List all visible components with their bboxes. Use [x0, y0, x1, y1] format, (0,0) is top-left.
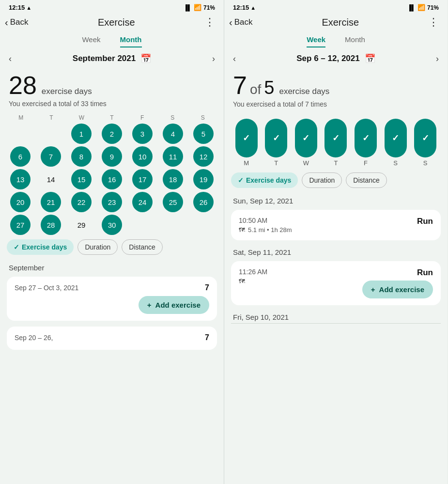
divider-right: [231, 323, 441, 324]
signal-icon-right: ▐▌: [407, 4, 416, 11]
week-bar-W[interactable]: ✓: [295, 119, 317, 157]
week-bar-S1[interactable]: ✓: [385, 119, 407, 157]
back-chevron-right: ‹: [229, 17, 232, 28]
location-icon-left: ▲: [26, 5, 31, 11]
exercise-count-left: 28: [9, 73, 37, 98]
cal-day[interactable]: 29: [71, 215, 92, 235]
back-button-right[interactable]: ‹ Back: [229, 17, 252, 28]
cal-day[interactable]: 30: [102, 215, 122, 235]
week-card-2-left: Sep 20 – 26, 7: [7, 327, 217, 350]
bottom-date-header-right: Fri, Sep 10, 2021: [224, 308, 448, 323]
map-icon-1-right: 🗺: [239, 226, 245, 234]
add-exercise-label-right: Add exercise: [379, 285, 424, 294]
activity-stats-1-right: 5.1 mi • 1h 28m: [248, 226, 292, 234]
cal-empty: [10, 124, 31, 144]
cal-day[interactable]: 10: [132, 146, 153, 167]
exercise-total-left: You exercised a total of 33 times: [9, 100, 215, 108]
chip-label: Duration: [309, 176, 335, 184]
next-arrow-left[interactable]: ›: [212, 54, 215, 64]
tab-month-left[interactable]: Month: [120, 35, 142, 47]
cal-day[interactable]: 11: [163, 146, 183, 167]
cal-day[interactable]: 27: [10, 215, 31, 235]
status-icons-left: ▐▌ 📶 71%: [184, 4, 215, 11]
section-header-left: September: [0, 259, 224, 274]
cal-day[interactable]: 2: [102, 124, 122, 144]
chip-distance-right[interactable]: Distance: [346, 172, 386, 188]
cal-day[interactable]: 12: [193, 146, 214, 167]
week-bar-S2[interactable]: ✓: [414, 119, 436, 157]
map-icon-2-right: 🗺: [239, 278, 245, 285]
cal-day[interactable]: 24: [132, 192, 153, 212]
page-title-right: Exercise: [322, 17, 359, 28]
cal-day[interactable]: 21: [41, 192, 61, 212]
prev-arrow-left[interactable]: ‹: [9, 54, 12, 64]
activity-details-2-right: 🗺: [239, 278, 267, 285]
cal-day[interactable]: 3: [132, 124, 153, 144]
activity-date-1-right: Sun, Sep 12, 2021: [224, 192, 448, 207]
chip-duration-left[interactable]: Duration: [77, 239, 118, 255]
cal-day[interactable]: 1: [71, 124, 92, 144]
chip-exercise-days-right[interactable]: ✓ Exercise days: [231, 172, 298, 188]
filter-chips-left: ✓ Exercise days Duration Distance: [0, 235, 224, 259]
back-button-left[interactable]: ‹ Back: [5, 17, 28, 28]
cal-day[interactable]: 22: [71, 192, 92, 212]
activity-card-2-right: 11:26 AM 🗺 Run + Add exercise: [231, 261, 441, 305]
cal-day[interactable]: 9: [102, 146, 122, 167]
week-bar-F[interactable]: ✓: [355, 119, 377, 157]
cal-day[interactable]: 14: [41, 169, 61, 189]
right-panel: 12:15 ▲ ▐▌ 📶 71% ‹ Back Exercise ⋮ Week …: [224, 0, 448, 484]
cal-day[interactable]: 5: [193, 124, 214, 144]
week-bar-T2[interactable]: ✓: [324, 119, 347, 157]
bar-col-M: ✓ M: [235, 119, 258, 167]
add-exercise-label-1-left: Add exercise: [155, 301, 201, 309]
tab-week-left[interactable]: Week: [82, 35, 100, 47]
cal-day[interactable]: 19: [193, 169, 214, 189]
tab-month-right[interactable]: Month: [345, 35, 365, 47]
next-arrow-right[interactable]: ›: [436, 54, 439, 64]
cal-day[interactable]: 16: [102, 169, 122, 189]
filter-chips-right: ✓ Exercise days Duration Distance: [224, 169, 448, 192]
chip-duration-right[interactable]: Duration: [302, 172, 342, 188]
exercise-days-label-right: exercise days: [279, 87, 329, 96]
of-label-right: of: [250, 82, 261, 97]
cal-day[interactable]: 25: [163, 192, 183, 212]
add-exercise-button-1-left[interactable]: + Add exercise: [139, 296, 209, 314]
cal-day[interactable]: 28: [41, 215, 61, 235]
chip-distance-left[interactable]: Distance: [122, 239, 162, 255]
chip-label: Exercise days: [246, 176, 291, 184]
chip-exercise-days-left[interactable]: ✓ Exercise days: [7, 239, 74, 255]
bar-label-S1: S: [393, 159, 398, 167]
more-button-right[interactable]: ⋮: [428, 16, 439, 29]
cal-day[interactable]: 7: [41, 146, 61, 167]
battery-left: 71%: [203, 4, 215, 11]
prev-arrow-right[interactable]: ‹: [233, 54, 236, 64]
status-icons-right: ▐▌ 📶 71%: [407, 4, 439, 11]
week-bar-T1[interactable]: ✓: [265, 119, 287, 157]
cal-day[interactable]: 15: [71, 169, 92, 189]
cal-day[interactable]: 17: [132, 169, 153, 189]
bar-col-F: ✓ F: [355, 119, 377, 167]
cal-day[interactable]: 6: [10, 146, 31, 167]
goal-number-right: 5: [264, 78, 274, 98]
cal-day[interactable]: 8: [71, 146, 92, 167]
week-count-1-left: 7: [205, 283, 209, 292]
week-bar-M[interactable]: ✓: [235, 119, 258, 157]
week-count-2-left: 7: [205, 333, 209, 342]
time-left: 12:15: [9, 4, 25, 11]
add-exercise-button-right[interactable]: + Add exercise: [362, 281, 433, 298]
calendar-icon-left[interactable]: 📅: [140, 53, 151, 64]
week-bars-right: ✓ M ✓ T ✓ W ✓ T ✓ F ✓ S ✓ S: [224, 115, 448, 169]
more-button-left[interactable]: ⋮: [204, 16, 215, 29]
cal-day[interactable]: 13: [10, 169, 31, 189]
stats-left: 28 exercise days You exercised a total o…: [0, 69, 224, 114]
calendar-icon-right[interactable]: 📅: [365, 53, 375, 64]
cal-day[interactable]: 23: [102, 192, 122, 212]
location-icon-right: ▲: [250, 5, 256, 11]
cal-day[interactable]: 4: [163, 124, 183, 144]
cal-day[interactable]: 26: [193, 192, 214, 212]
tab-week-right[interactable]: Week: [307, 35, 325, 47]
cal-day[interactable]: 18: [163, 169, 183, 189]
bar-col-T2: ✓ T: [324, 119, 347, 167]
status-time-right: 12:15 ▲: [233, 4, 256, 11]
cal-day[interactable]: 20: [10, 192, 31, 212]
